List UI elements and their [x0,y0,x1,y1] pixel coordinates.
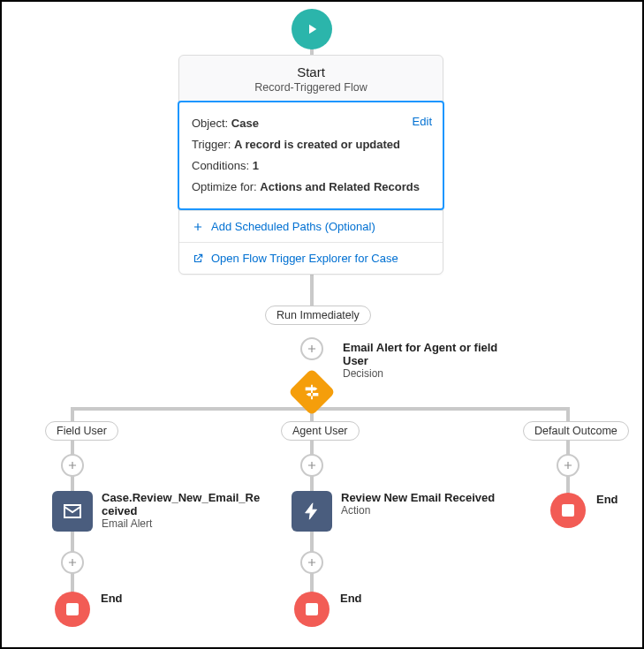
branch-left-label: Field User [45,421,118,441]
play-icon [304,21,320,37]
branch-right-label: Default Outcome [523,421,629,441]
start-card[interactable]: Start Record-Triggered Flow Edit Object:… [178,55,443,275]
end-node[interactable] [550,493,586,528]
branch-middle-label: Agent User [281,421,360,441]
add-element-button[interactable] [557,454,580,477]
action-label: Review New Email Received Action [341,491,509,517]
decision-node[interactable] [290,370,334,414]
plus-icon [66,459,79,472]
bolt-icon [302,502,322,521]
add-element-button[interactable] [300,337,323,360]
detail-optimize: Optimize for: Actions and Related Record… [192,177,430,198]
end-label: End [340,592,362,605]
email-alert-label: Case.Review_New_Email_Received Email Ale… [102,491,261,530]
plus-icon [192,221,204,233]
add-element-button[interactable] [61,551,84,574]
start-subtitle: Record-Triggered Flow [188,81,434,94]
flow-canvas: Start Record-Triggered Flow Edit Object:… [2,2,642,647]
end-label: End [596,493,618,506]
email-alert-node[interactable] [52,491,93,532]
signpost-icon [302,382,322,402]
start-title: Start [188,64,434,79]
plus-icon [562,459,574,472]
end-node[interactable] [55,592,90,627]
plus-icon [306,459,318,472]
start-circle[interactable] [292,9,332,49]
external-link-icon [192,253,204,265]
plus-icon [306,556,318,569]
add-element-button[interactable] [300,551,323,574]
envelope-icon [62,501,83,522]
start-details-panel[interactable]: Edit Object: Case Trigger: A record is c… [178,101,444,210]
detail-conditions: Conditions: 1 [192,155,430,177]
decision-label: Email Alert for Agent or field User Deci… [343,341,511,380]
add-element-button[interactable] [300,454,323,477]
start-header: Start Record-Triggered Flow [179,56,443,101]
detail-object: Object: Case [192,113,430,134]
detail-trigger: Trigger: A record is created or updated [192,134,430,155]
add-scheduled-paths-link[interactable]: Add Scheduled Paths (Optional) [179,210,443,242]
run-immediately-pill: Run Immediately [265,306,371,325]
add-element-button[interactable] [61,454,84,477]
open-flow-trigger-explorer-link[interactable]: Open Flow Trigger Explorer for Case [179,242,443,274]
end-label: End [101,592,123,605]
action-node[interactable] [292,491,332,532]
edit-link[interactable]: Edit [413,111,432,132]
plus-icon [66,556,79,569]
plus-icon [306,343,318,355]
end-node[interactable] [294,592,330,627]
